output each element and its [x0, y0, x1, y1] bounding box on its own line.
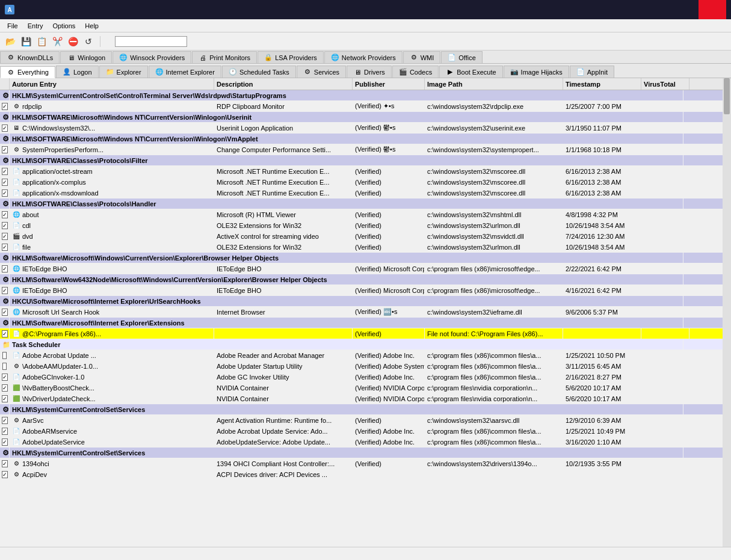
scrollbar-thumb[interactable]	[724, 78, 730, 114]
row-checkbox[interactable]	[2, 179, 8, 186]
row-checkbox[interactable]	[2, 168, 8, 175]
row-checkbox[interactable]	[2, 374, 8, 381]
table-row[interactable]: 🟩\NvBatteryBoostCheck... NVIDIA Containe…	[0, 383, 731, 393]
col-entry[interactable]: Autorun Entry	[10, 78, 214, 90]
menu-entry[interactable]: Entry	[23, 21, 48, 31]
row-checkbox[interactable]	[2, 244, 8, 251]
checkbox-cell[interactable]	[0, 220, 10, 230]
checkbox-cell[interactable]	[0, 328, 10, 339]
table-row[interactable]: 📄Adobe Acrobat Update ... Adobe Reader a…	[0, 350, 731, 361]
table-row[interactable]: 📁 Task Scheduler	[0, 339, 731, 350]
checkbox-cell[interactable]	[0, 350, 10, 360]
table-row[interactable]: ⚙ HKLM\SOFTWARE\Classes\Protocols\Handle…	[0, 198, 731, 209]
tab-drivers[interactable]: 🖥Drivers	[347, 66, 392, 78]
table-row[interactable]: ⚙1394ohci 1394 OHCI Compliant Host Contr…	[0, 458, 731, 469]
table-row[interactable]: 📄file OLE32 Extensions for Win32 (Verifi…	[0, 242, 731, 253]
checkbox-cell[interactable]	[0, 209, 10, 220]
row-checkbox[interactable]	[2, 395, 8, 402]
tab-logon[interactable]: 👤Logon	[56, 66, 99, 78]
col-img[interactable]: Image Path	[425, 78, 563, 90]
row-checkbox[interactable]	[2, 211, 8, 218]
col-pub[interactable]: Publisher	[353, 78, 425, 90]
tab-codecs[interactable]: 🎬Codecs	[392, 66, 439, 78]
row-checkbox[interactable]	[2, 471, 8, 478]
checkbox-cell[interactable]	[0, 361, 10, 371]
table-row[interactable]: 📄AdobeUpdateService AdobeUpdateService: …	[0, 437, 731, 448]
table-row[interactable]: 📄application/x-complus Microsoft .NET Ru…	[0, 177, 731, 188]
table-row[interactable]: ⚙rdpclip RDP Clipboard Monitor (Verified…	[0, 101, 731, 112]
checkbox-cell[interactable]	[0, 415, 10, 425]
table-row[interactable]: ⚙\AdobeAAMUpdater-1.0... Adobe Updater S…	[0, 361, 731, 372]
menu-options[interactable]: Options	[48, 21, 80, 31]
table-row[interactable]: ⚙ HKLM\Software\Wow6432Node\Microsoft\Wi…	[0, 274, 731, 285]
checkbox-cell[interactable]	[0, 285, 10, 295]
table-row[interactable]: 🌐IEToEdge BHO IEToEdge BHO (Verified) Mi…	[0, 263, 731, 274]
col-ts[interactable]: Timestamp	[563, 78, 641, 90]
checkbox-cell[interactable]	[0, 393, 10, 404]
table-row[interactable]: 📄application/octet-stream Microsoft .NET…	[0, 166, 731, 177]
table-row[interactable]: ⚙AcpiDev ACPI Devices driver: ACPI Devic…	[0, 469, 731, 480]
row-checkbox[interactable]	[2, 233, 8, 240]
tab-network[interactable]: 🌐Network Providers	[324, 51, 403, 63]
table-row[interactable]: 📄AdobeARMservice Adobe Acrobat Update Se…	[0, 426, 731, 437]
row-checkbox[interactable]	[2, 438, 8, 446]
col-vt[interactable]: VirusTotal	[641, 78, 689, 90]
maximize-button[interactable]	[670, 0, 697, 19]
checkbox-cell[interactable]	[0, 458, 10, 469]
close-button[interactable]	[699, 0, 726, 19]
table-row[interactable]: ⚙ HKLM\System\CurrentControlSet\Control\…	[0, 90, 731, 101]
table-row[interactable]: ⚙SystemPropertiesPerform... Change Compu…	[0, 144, 731, 155]
row-checkbox[interactable]	[2, 363, 7, 370]
checkbox-cell[interactable]	[0, 166, 10, 176]
tab-boot[interactable]: ▶Boot Execute	[439, 66, 502, 78]
row-checkbox[interactable]	[2, 309, 8, 316]
table-row[interactable]: 🟩\NvDriverUpdateCheck... NVIDIA Containe…	[0, 393, 731, 404]
vertical-scrollbar[interactable]	[723, 78, 731, 547]
table-row[interactable]: 🌐about Microsoft (R) HTML Viewer (Verifi…	[0, 209, 731, 220]
row-checkbox[interactable]	[2, 417, 8, 424]
checkbox-cell[interactable]	[0, 263, 10, 274]
toolbar-cancel-btn[interactable]: ⛔	[66, 35, 79, 48]
tab-explorer[interactable]: 📁Explorer	[99, 66, 148, 78]
row-checkbox[interactable]	[2, 125, 8, 132]
table-row[interactable]: 📄application/x-msdownload Microsoft .NET…	[0, 188, 731, 198]
table-row[interactable]: ⚙ HKLM\SOFTWARE\Classes\Protocols\Filter	[0, 155, 731, 166]
row-checkbox[interactable]	[2, 460, 8, 467]
table-row[interactable]: ⚙AarSvc Agent Activation Runtime: Runtim…	[0, 415, 731, 426]
row-checkbox[interactable]	[2, 265, 8, 272]
toolbar-refresh-btn[interactable]: ↺	[82, 35, 95, 48]
table-row[interactable]: 📄cdl OLE32 Extensions for Win32 (Verifie…	[0, 220, 731, 231]
checkbox-cell[interactable]	[0, 383, 10, 393]
table-row[interactable]: ⚙ HKLM\Software\Microsoft\Windows\Curren…	[0, 253, 731, 263]
row-checkbox[interactable]	[2, 287, 8, 294]
checkbox-cell[interactable]	[0, 437, 10, 447]
table-row[interactable]: ⚙ HKLM\SOFTWARE\Microsoft\Windows NT\Cur…	[0, 134, 731, 144]
filter-input[interactable]	[115, 36, 187, 47]
toolbar-delete-btn[interactable]: ✂️	[51, 35, 64, 48]
menu-help[interactable]: Help	[80, 21, 103, 31]
minimize-button[interactable]	[641, 0, 668, 19]
table-row[interactable]: 🌐IEToEdge BHO IEToEdge BHO (Verified) Mi…	[0, 285, 731, 296]
table-row[interactable]: 🎬dvd ActiveX control for streaming video…	[0, 231, 731, 242]
tab-services[interactable]: ⚙Services	[297, 66, 346, 78]
tab-knowndlls[interactable]: ⚙KnownDLLs	[0, 51, 60, 63]
row-checkbox[interactable]	[2, 330, 8, 337]
menu-file[interactable]: File	[2, 21, 23, 31]
table-row[interactable]: 🌐Microsoft Url Search Hook Internet Brow…	[0, 307, 731, 318]
row-checkbox[interactable]	[2, 222, 8, 229]
toolbar-save-btn[interactable]: 💾	[19, 35, 32, 48]
table-row[interactable]: ⚙ HKLM\System\CurrentControlSet\Services	[0, 448, 731, 458]
toolbar-copy-btn[interactable]: 📋	[35, 35, 48, 48]
table-row[interactable]: ⚙ HKLM\SOFTWARE\Microsoft\Windows NT\Cur…	[0, 112, 731, 123]
checkbox-cell[interactable]	[0, 231, 10, 241]
toolbar-open-btn[interactable]: 📂	[4, 35, 17, 48]
checkbox-cell[interactable]	[0, 426, 10, 436]
row-checkbox[interactable]	[2, 146, 8, 153]
checkbox-cell[interactable]	[0, 188, 10, 198]
tab-ie[interactable]: 🌐Internet Explorer	[149, 66, 221, 78]
table-row[interactable]: ⚙ HKLM\Software\Microsoft\Internet Explo…	[0, 318, 731, 328]
checkbox-cell[interactable]	[0, 101, 10, 111]
tab-winsock[interactable]: 🌐Winsock Providers	[113, 51, 191, 63]
checkbox-cell[interactable]	[0, 307, 10, 317]
table-row[interactable]: 🖥C:\Windows\system32\... Userinit Logon …	[0, 123, 731, 134]
